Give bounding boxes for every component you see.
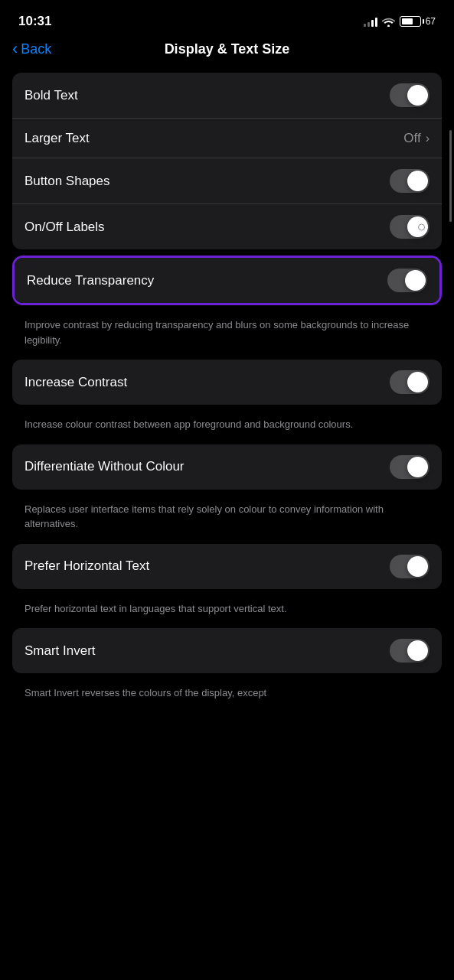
increase-contrast-group: Increase Contrast bbox=[12, 360, 442, 405]
onoff-labels-row: On/Off Labels bbox=[12, 204, 442, 249]
larger-text-label: Larger Text bbox=[24, 131, 90, 146]
reduce-transparency-row: Reduce Transparency bbox=[15, 258, 439, 303]
signal-icon bbox=[364, 16, 377, 27]
status-bar: 10:31 67 bbox=[0, 0, 454, 38]
onoff-labels-toggle[interactable] bbox=[390, 215, 430, 239]
page-title: Display & Text Size bbox=[165, 41, 290, 57]
prefer-horizontal-toggle[interactable] bbox=[390, 555, 430, 578]
prefer-horizontal-group: Prefer Horizontal Text bbox=[12, 544, 442, 589]
chevron-right-icon: › bbox=[426, 132, 430, 145]
settings-content: Bold Text Larger Text Off › Button Shape… bbox=[0, 67, 454, 719]
status-time: 10:31 bbox=[18, 14, 51, 29]
wifi-icon bbox=[382, 17, 395, 27]
smart-invert-label: Smart Invert bbox=[24, 643, 96, 659]
prefer-horizontal-description: Prefer horizontal text in languages that… bbox=[12, 595, 442, 629]
reduce-transparency-label: Reduce Transparency bbox=[27, 273, 154, 288]
scrollbar[interactable] bbox=[449, 107, 452, 643]
differentiate-label: Differentiate Without Colour bbox=[24, 459, 185, 474]
bold-text-toggle[interactable] bbox=[390, 83, 430, 107]
reduce-transparency-toggle[interactable] bbox=[387, 269, 427, 292]
reduce-transparency-group: Reduce Transparency bbox=[15, 258, 439, 303]
onoff-labels-label: On/Off Labels bbox=[24, 220, 105, 235]
differentiate-group: Differentiate Without Colour bbox=[12, 444, 442, 490]
increase-contrast-label: Increase Contrast bbox=[24, 375, 127, 390]
reduce-transparency-description: Improve contrast by reducing transparenc… bbox=[12, 311, 442, 360]
back-button[interactable]: ‹ Back bbox=[12, 41, 51, 57]
larger-text-value: Off bbox=[403, 131, 420, 146]
scrollbar-thumb[interactable] bbox=[449, 130, 452, 222]
back-label: Back bbox=[21, 41, 51, 57]
increase-contrast-description: Increase colour contrast between app for… bbox=[12, 411, 442, 444]
increase-contrast-row: Increase Contrast bbox=[12, 360, 442, 405]
increase-contrast-toggle[interactable] bbox=[390, 370, 430, 394]
battery-indicator: 67 bbox=[400, 16, 436, 27]
differentiate-toggle[interactable] bbox=[390, 455, 430, 479]
larger-text-row[interactable]: Larger Text Off › bbox=[12, 119, 442, 158]
nav-bar: ‹ Back Display & Text Size bbox=[0, 38, 454, 67]
status-icons: 67 bbox=[364, 16, 436, 27]
back-chevron-icon: ‹ bbox=[12, 41, 18, 57]
prefer-horizontal-label: Prefer Horizontal Text bbox=[24, 558, 149, 574]
reduce-transparency-section: Reduce Transparency bbox=[12, 256, 442, 305]
smart-invert-row: Smart Invert bbox=[12, 628, 442, 673]
button-shapes-toggle[interactable] bbox=[390, 169, 430, 193]
differentiate-row: Differentiate Without Colour bbox=[12, 444, 442, 490]
differentiate-description: Replaces user interface items that rely … bbox=[12, 496, 442, 544]
prefer-horizontal-row: Prefer Horizontal Text bbox=[12, 544, 442, 589]
smart-invert-group: Smart Invert bbox=[12, 628, 442, 673]
battery-level: 67 bbox=[426, 16, 436, 27]
group-display-options: Bold Text Larger Text Off › Button Shape… bbox=[12, 73, 442, 249]
button-shapes-label: Button Shapes bbox=[24, 174, 110, 189]
smart-invert-toggle[interactable] bbox=[390, 639, 430, 663]
bold-text-label: Bold Text bbox=[24, 88, 78, 103]
button-shapes-row: Button Shapes bbox=[12, 158, 442, 204]
bold-text-row: Bold Text bbox=[12, 73, 442, 119]
smart-invert-description: Smart Invert reverses the colours of the… bbox=[12, 679, 442, 713]
